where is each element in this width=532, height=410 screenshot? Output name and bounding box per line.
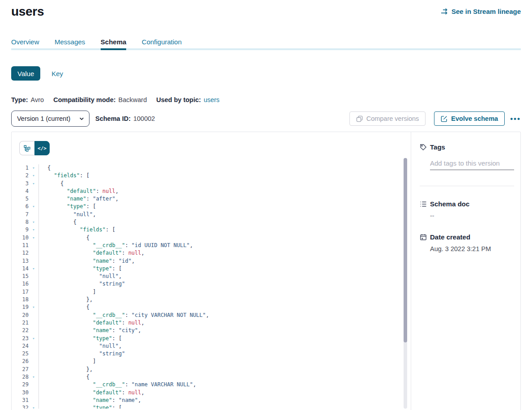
code-line-text: { <box>38 218 411 226</box>
tree-view-button[interactable] <box>19 141 34 155</box>
code-line-text: { <box>38 373 411 381</box>
fold-spacer <box>29 195 38 203</box>
code-line: 20 "__crdb__": "city VARCHAR NOT NULL", <box>12 312 411 319</box>
fold-arrow-icon[interactable]: ▾ <box>29 373 38 381</box>
value-toggle-button[interactable]: Value <box>11 66 40 81</box>
code-line: 10▾ { <box>12 234 411 242</box>
stream-lineage-link[interactable]: See in Stream lineage <box>441 8 521 15</box>
fold-arrow-icon[interactable]: ▾ <box>29 234 38 242</box>
fold-spacer <box>29 312 38 319</box>
code-line: 6▾ "type": [ <box>12 203 411 210</box>
code-line: 5 "name": "after", <box>12 195 411 203</box>
schema-panel: </> 1▾{2▾ "fields": [3▾ {4 "default": nu… <box>11 132 521 410</box>
fold-spacer <box>29 280 38 288</box>
fold-spacer <box>29 381 38 389</box>
line-number: 21 <box>12 319 29 327</box>
line-number: 32 <box>12 404 29 409</box>
code-line-text: "__crdb__": "city VARCHAR NOT NULL", <box>38 312 411 319</box>
code-line: 28▾ { <box>12 373 411 381</box>
code-line-text: "fields": [ <box>38 226 411 234</box>
schema-page: users See in Stream lineage Overview Mes… <box>0 0 532 410</box>
topic-link[interactable]: users <box>204 96 219 103</box>
code-line: 22 "name": "city", <box>12 327 411 334</box>
line-number: 23 <box>12 335 29 342</box>
line-number: 15 <box>12 273 29 280</box>
date-created-title: Date created <box>430 233 470 241</box>
code-line: 2▾ "fields": [ <box>12 172 411 179</box>
editor-scrollbar-track[interactable] <box>404 158 407 409</box>
line-number: 6 <box>12 203 29 210</box>
tree-view-icon <box>24 145 30 152</box>
compare-versions-button[interactable]: Compare versions <box>349 111 426 126</box>
code-line-text: "string" <box>38 280 411 288</box>
fold-arrow-icon[interactable]: ▾ <box>29 203 38 210</box>
code-view-button[interactable]: </> <box>34 141 50 155</box>
code-line-text: { <box>38 303 411 311</box>
fold-spacer <box>29 389 38 397</box>
fold-arrow-icon[interactable]: ▾ <box>29 335 38 342</box>
version-select[interactable]: Version 1 (current) <box>11 111 89 127</box>
fold-spacer <box>29 358 38 365</box>
schema-id-value: 100002 <box>133 115 155 122</box>
code-line-text: { <box>38 234 411 242</box>
fold-arrow-icon[interactable]: ▾ <box>29 180 38 188</box>
code-line-text: "name": "city", <box>38 327 411 334</box>
line-number: 5 <box>12 195 29 203</box>
version-bar: Version 1 (current) Schema ID: 100002 Co… <box>11 111 521 127</box>
code-line: 25 "string" <box>12 350 411 358</box>
sidebar-divider <box>420 186 514 186</box>
line-number: 30 <box>12 389 29 397</box>
code-line-text: }, <box>38 366 411 373</box>
editor-scrollbar-thumb[interactable] <box>404 158 407 342</box>
code-line-text: "default": null, <box>38 319 411 327</box>
evolve-schema-label: Evolve schema <box>451 115 498 122</box>
code-line-text: ] <box>38 288 411 296</box>
fold-arrow-icon[interactable]: ▾ <box>29 226 38 234</box>
line-number: 4 <box>12 188 29 195</box>
fold-arrow-icon[interactable]: ▾ <box>29 172 38 179</box>
line-number: 22 <box>12 327 29 334</box>
code-line: 26 ] <box>12 358 411 365</box>
code-line: 7 "null", <box>12 211 411 218</box>
header: users See in Stream lineage <box>0 0 532 19</box>
code-line-text: "default": null, <box>38 188 411 195</box>
view-mode-toggle: </> <box>19 141 411 155</box>
fold-arrow-icon[interactable]: ▾ <box>29 218 38 226</box>
code-line-text: "null", <box>38 342 411 350</box>
schema-doc-value: -- <box>430 212 515 219</box>
evolve-schema-button[interactable]: Evolve schema <box>434 111 505 126</box>
fold-arrow-icon[interactable]: ▾ <box>29 164 38 172</box>
more-actions-button[interactable]: ••• <box>510 115 521 123</box>
page-title: users <box>11 4 44 19</box>
fold-spacer <box>29 366 38 373</box>
key-toggle-link[interactable]: Key <box>51 70 63 77</box>
tags-section-header: Tags <box>420 143 515 151</box>
code-line-text: ] <box>38 358 411 365</box>
fold-arrow-icon[interactable]: ▾ <box>29 404 38 409</box>
line-number: 7 <box>12 211 29 218</box>
edit-icon <box>441 115 447 122</box>
compatibility-value: Backward <box>119 96 147 103</box>
date-created-value: Aug. 3 2022 3:21 PM <box>430 245 515 252</box>
fold-spacer <box>29 249 38 257</box>
line-number: 26 <box>12 358 29 365</box>
fold-spacer <box>29 350 38 358</box>
fold-arrow-icon[interactable]: ▾ <box>29 265 38 273</box>
code-line: 18 }, <box>12 296 411 303</box>
code-line-text: "null", <box>38 273 411 280</box>
code-editor: 1▾{2▾ "fields": [3▾ {4 "default": null,5… <box>12 158 411 409</box>
fold-arrow-icon[interactable]: ▾ <box>29 303 38 311</box>
code-line: 31 "name": "name", <box>12 397 411 404</box>
tab-schema[interactable]: Schema <box>101 38 127 50</box>
fold-spacer <box>29 397 38 404</box>
tags-input[interactable] <box>430 159 514 170</box>
code-line: 17 ] <box>12 288 411 296</box>
code-line: 24 "null", <box>12 342 411 350</box>
line-number: 24 <box>12 342 29 350</box>
code-line: 9▾ "fields": [ <box>12 226 411 234</box>
line-number: 29 <box>12 381 29 389</box>
schema-editor: </> 1▾{2▾ "fields": [3▾ {4 "default": nu… <box>12 132 411 410</box>
code-line: 1▾{ <box>12 164 411 172</box>
code-line-text: "__crdb__": "name VARCHAR NULL", <box>38 381 411 389</box>
code-line-text: "default": null, <box>38 249 411 257</box>
